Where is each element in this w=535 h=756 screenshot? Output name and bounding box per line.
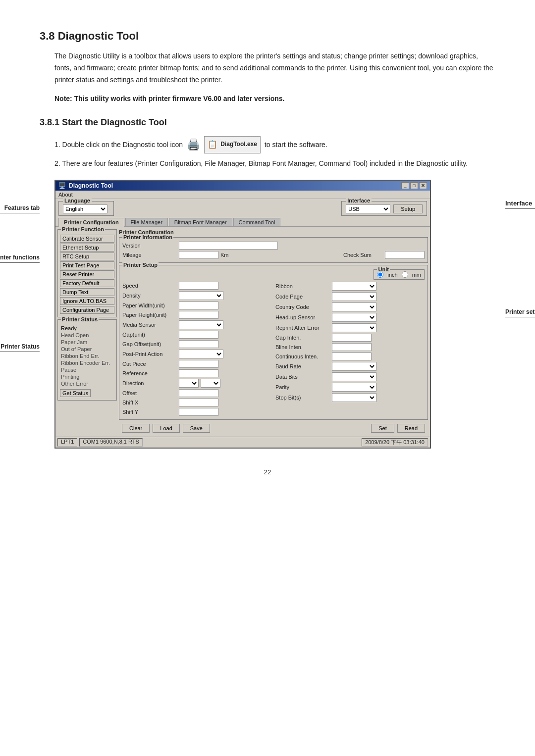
dump-text-btn[interactable]: Dump Text: [60, 288, 114, 296]
gap-inten-input[interactable]: [332, 334, 372, 342]
offset-label: Offset: [122, 390, 177, 396]
version-input[interactable]: [179, 242, 278, 250]
print-test-page-btn[interactable]: Print Test Page: [60, 261, 114, 269]
bottom-buttons: Clear Load Save Set Read: [119, 422, 428, 435]
status-pause: Pause: [60, 366, 114, 373]
density-select[interactable]: [179, 291, 223, 300]
status-ribbon-encoder-err: Ribbon Encoder Err.: [60, 359, 114, 366]
unit-mm-label: mm: [412, 272, 421, 278]
step1: 1. Double click on the Diagnostic tool i…: [54, 135, 495, 154]
mileage-row: Mileage Km Check Sum: [122, 251, 425, 259]
country-code-select[interactable]: [332, 302, 376, 311]
offset-input[interactable]: [179, 389, 218, 397]
unit-group: Unit inch mm: [374, 269, 425, 280]
status-head-open: Head Open: [60, 332, 114, 339]
statusbar-com: COM1 9600,N,8,1 RTS: [79, 438, 143, 447]
checksum-input[interactable]: [385, 251, 425, 259]
page-number: 22: [40, 468, 495, 476]
shifty-label: Shift Y: [122, 409, 177, 415]
step2: 2. There are four features (Printer Conf…: [54, 157, 495, 170]
minimize-button[interactable]: _: [401, 182, 409, 189]
window-controls[interactable]: _ □ ✕: [401, 182, 427, 189]
factory-default-btn[interactable]: Factory Default: [60, 279, 114, 287]
ribbon-select[interactable]: [332, 282, 376, 291]
paper-height-input[interactable]: [179, 311, 218, 319]
cut-piece-input[interactable]: [179, 360, 218, 368]
rtc-setup-btn[interactable]: RTC Setup: [60, 252, 114, 260]
direction-select2[interactable]: [201, 379, 220, 388]
subsection-title: 3.8.1 Start the Diagnostic Tool: [40, 117, 495, 128]
head-up-select[interactable]: [332, 313, 376, 322]
printer-status-group-label: Printer Status: [61, 316, 99, 322]
paper-width-input[interactable]: [179, 302, 218, 309]
mileage-input[interactable]: [179, 251, 218, 259]
get-status-btn[interactable]: Get Status: [60, 389, 91, 397]
status-printing: Printing: [60, 373, 114, 380]
media-sensor-select[interactable]: [179, 320, 223, 329]
ethernet-setup-btn[interactable]: Ethernet Setup: [60, 244, 114, 252]
set-button[interactable]: Set: [371, 424, 394, 433]
reprint-label: Reprint After Error: [275, 325, 330, 331]
reprint-select[interactable]: [332, 323, 376, 332]
unit-mm-radio[interactable]: [402, 271, 408, 278]
reference-input[interactable]: [179, 369, 218, 377]
close-button[interactable]: ✕: [419, 182, 427, 189]
tabs-bar: Printer Configuration File Manager Bitma…: [55, 218, 430, 227]
baud-rate-select[interactable]: [332, 362, 376, 371]
continuous-inten-input[interactable]: [332, 353, 372, 360]
language-select[interactable]: English: [63, 204, 107, 213]
media-sensor-label: Media Sensor: [122, 322, 177, 328]
shifty-input[interactable]: [179, 408, 218, 416]
stop-bits-select[interactable]: [332, 393, 376, 402]
ribbon-label: Ribbon: [275, 283, 330, 289]
gap-offset-input[interactable]: [179, 340, 218, 348]
data-bits-select[interactable]: [332, 372, 376, 381]
shiftx-input[interactable]: [179, 399, 218, 406]
parity-label: Parity: [275, 384, 330, 390]
clear-button[interactable]: Clear: [122, 424, 150, 433]
printer-function-group: Printer Function Calibrate Sensor Ethern…: [57, 229, 117, 317]
tab-file-manager[interactable]: File Manager: [125, 218, 168, 226]
menu-about[interactable]: About: [58, 192, 73, 198]
calibrate-sensor-btn[interactable]: Calibrate Sensor: [60, 235, 114, 243]
gap-input[interactable]: [179, 331, 218, 339]
right-panel: Printer Configuration Printer Informatio…: [119, 229, 428, 435]
checksum-label: Check Sum: [343, 252, 383, 258]
data-bits-label: Data Bits: [275, 374, 330, 380]
post-print-select[interactable]: [179, 350, 223, 358]
reference-label: Reference: [122, 370, 177, 376]
reset-printer-btn[interactable]: Reset Printer: [60, 270, 114, 278]
direction-label: Direction: [122, 380, 177, 386]
read-button[interactable]: Read: [397, 424, 425, 433]
gap-offset-label: Gap Offset(unit): [122, 341, 177, 347]
printer-status-label: Printer Status: [0, 343, 40, 350]
status-ribbon-end-err: Ribbon End Err.: [60, 353, 114, 359]
ignore-autobas-btn[interactable]: Ignore AUTO.BAS: [60, 297, 114, 305]
main-content-area: Printer Function Calibrate Sensor Ethern…: [55, 227, 430, 437]
direction-select1[interactable]: [179, 379, 199, 388]
mileage-unit: Km: [220, 252, 229, 258]
tab-bitmap-font-manager[interactable]: Bitmap Font Manager: [169, 218, 232, 226]
load-button[interactable]: Load: [153, 424, 179, 433]
interface-select[interactable]: USB: [346, 204, 390, 213]
maximize-button[interactable]: □: [410, 182, 418, 189]
shiftx-label: Shift X: [122, 400, 177, 405]
speed-input[interactable]: [179, 282, 218, 290]
tab-command-tool[interactable]: Command Tool: [233, 218, 281, 226]
step1-prefix: 1. Double click on the Diagnostic tool i…: [54, 139, 183, 151]
code-page-select[interactable]: [332, 292, 376, 301]
printer-icon: 🖨️: [187, 135, 200, 154]
parity-select[interactable]: [332, 383, 376, 392]
setup-button[interactable]: Setup: [393, 204, 423, 213]
setup-fields: Speed Density Paper Width(unit) Paper He…: [122, 282, 425, 417]
configuration-page-btn[interactable]: Configuration Page: [60, 306, 114, 314]
save-button[interactable]: Save: [183, 424, 210, 433]
printer-functions-label: Printer functions: [0, 254, 40, 261]
bline-inten-input[interactable]: [332, 343, 372, 351]
setup-fields-right: Ribbon Code Page Country Code Head-up Se…: [275, 282, 425, 417]
intro-text: The Diagnostic Utility is a toolbox that…: [54, 50, 495, 86]
status-other-error: Other Error: [60, 380, 114, 387]
paper-width-label: Paper Width(unit): [122, 302, 177, 308]
step1-suffix: to start the software.: [265, 139, 327, 151]
version-label: Version: [122, 243, 177, 249]
